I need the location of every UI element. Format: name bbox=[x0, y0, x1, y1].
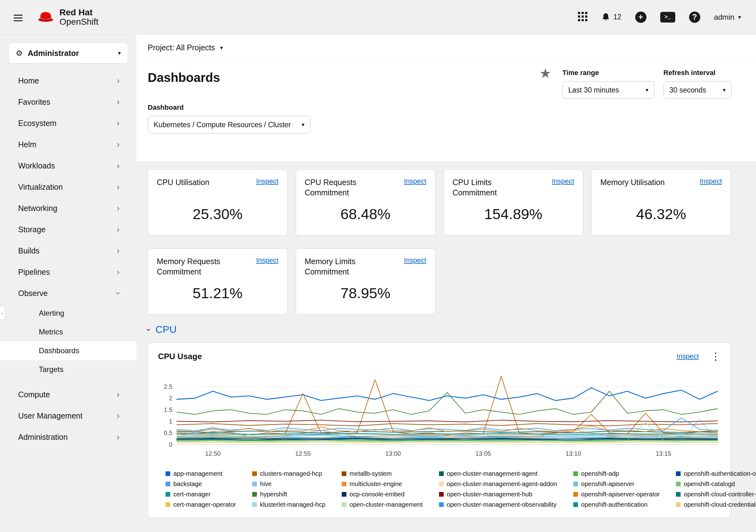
legend-item-multicluster-engine[interactable]: multicluster-engine bbox=[342, 480, 422, 488]
sidebar-item-administration[interactable]: Administration› bbox=[0, 426, 136, 447]
web-terminal-button[interactable]: >_ bbox=[660, 12, 675, 22]
card-title: Memory Limits Commitment bbox=[305, 256, 389, 277]
perspective-switcher[interactable]: ⚙ Administrator ▾ bbox=[9, 43, 128, 63]
refresh-interval-value: 30 seconds bbox=[669, 86, 706, 94]
chevron-right-icon: › bbox=[117, 390, 120, 399]
inspect-link[interactable]: Inspect bbox=[552, 177, 574, 185]
sidebar-item-label: Helm bbox=[18, 140, 117, 149]
chevron-right-icon: › bbox=[117, 97, 120, 106]
refresh-interval-select[interactable]: 30 seconds ▾ bbox=[663, 81, 732, 99]
legend-item-ocp-console-embed[interactable]: ocp-console-embed bbox=[342, 491, 422, 498]
legend-item-openshift-authentication[interactable]: openshift-authentication bbox=[573, 501, 660, 508]
legend-item-openshift-apiserver[interactable]: openshift-apiserver bbox=[573, 480, 660, 488]
dashboard-label: Dashboard bbox=[148, 103, 756, 112]
legend-item-open-cluster-management-agent-addon[interactable]: open-cluster-management-agent-addon bbox=[439, 480, 557, 488]
inspect-link[interactable]: Inspect bbox=[404, 256, 426, 265]
sidebar-item-workloads[interactable]: Workloads› bbox=[0, 155, 136, 176]
sidebar-item-dashboards[interactable]: Dashboards bbox=[0, 341, 136, 360]
sidebar-item-pipelines[interactable]: Pipelines› bbox=[0, 261, 136, 283]
chevron-right-icon: › bbox=[117, 140, 120, 149]
legend-item-klusterlet-managed-hcp[interactable]: klusterlet-managed-hcp bbox=[252, 501, 325, 508]
help-button[interactable]: ? bbox=[689, 12, 700, 23]
legend-item-open-cluster-management-hub[interactable]: open-cluster-management-hub bbox=[439, 491, 557, 498]
sidebar-item-helm[interactable]: Helm› bbox=[0, 134, 136, 155]
sidebar-item-alerting[interactable]: Alerting bbox=[0, 304, 136, 322]
legend-item-cert-manager-operator[interactable]: cert-manager-operator bbox=[166, 501, 236, 508]
sidebar-item-targets[interactable]: Targets bbox=[0, 360, 136, 379]
chevron-right-icon: › bbox=[117, 119, 120, 128]
legend-swatch bbox=[676, 502, 681, 507]
import-yaml-button[interactable]: + bbox=[635, 12, 646, 23]
legend-item-cert-manager[interactable]: cert-manager bbox=[166, 491, 236, 498]
legend-item-open-cluster-management[interactable]: open-cluster-management bbox=[342, 501, 422, 508]
legend-item-metallb-system[interactable]: metallb-system bbox=[342, 470, 422, 477]
sidebar-item-observe[interactable]: Observe› bbox=[0, 283, 136, 304]
sidebar-item-storage[interactable]: Storage› bbox=[0, 219, 136, 240]
legend-item-openshift-authentication-operator[interactable]: openshift-authentication-operator bbox=[676, 470, 756, 477]
card-title: CPU Limits Commitment bbox=[452, 177, 537, 197]
legend-item-hive[interactable]: hive bbox=[252, 480, 325, 488]
apps-grid-icon bbox=[578, 12, 587, 21]
cpu-usage-legend: app-managementbackstagecert-managercert-… bbox=[158, 470, 721, 508]
card-value: 51.21% bbox=[157, 285, 279, 302]
sidebar-item-compute[interactable]: Compute› bbox=[0, 384, 136, 405]
brand-logo[interactable]: Red Hat OpenShift bbox=[37, 8, 98, 26]
inspect-link[interactable]: Inspect bbox=[256, 256, 279, 265]
legend-swatch bbox=[573, 492, 578, 497]
legend-item-open-cluster-management-agent[interactable]: open-cluster-management-agent bbox=[439, 470, 557, 477]
legend-item-open-cluster-management-observability[interactable]: open-cluster-management-observability bbox=[439, 501, 557, 508]
chevron-down-icon: › bbox=[145, 328, 153, 331]
sidebar-subitem-label: Metrics bbox=[39, 328, 120, 336]
dashboard-select[interactable]: Kubernetes / Compute Resources / Cluster… bbox=[148, 116, 310, 134]
legend-label: cert-manager bbox=[173, 491, 211, 498]
app-launcher-button[interactable] bbox=[578, 12, 587, 22]
inspect-link[interactable]: Inspect bbox=[677, 352, 699, 360]
sidebar-item-virtualization[interactable]: Virtualization› bbox=[0, 176, 136, 197]
legend-label: ocp-console-embed bbox=[350, 491, 405, 498]
legend-swatch bbox=[342, 482, 346, 486]
inspect-link[interactable]: Inspect bbox=[404, 177, 426, 185]
svg-text:13:00: 13:00 bbox=[385, 450, 401, 457]
menu-toggle-button[interactable] bbox=[14, 15, 22, 19]
legend-item-openshift-catalogd[interactable]: openshift-catalogd bbox=[676, 480, 756, 488]
sidebar-item-label: Administration bbox=[18, 433, 117, 442]
inspect-link[interactable]: Inspect bbox=[256, 177, 279, 185]
notifications-button[interactable]: 12 bbox=[601, 13, 621, 22]
project-selector[interactable]: Project: All Projects ▾ bbox=[136, 35, 756, 61]
legend-item-openshift-cloud-controller-manager[interactable]: openshift-cloud-controller-manager- bbox=[676, 491, 756, 498]
user-menu[interactable]: admin ▾ bbox=[714, 13, 741, 22]
sidebar-item-user-management[interactable]: User Management› bbox=[0, 405, 136, 426]
sidebar-item-home[interactable]: Home› bbox=[0, 70, 136, 91]
sidebar-item-builds[interactable]: Builds› bbox=[0, 240, 136, 261]
svg-text:13:10: 13:10 bbox=[565, 450, 581, 457]
caret-down-icon: ▾ bbox=[738, 14, 741, 20]
inspect-link[interactable]: Inspect bbox=[700, 177, 722, 185]
sidebar-item-networking[interactable]: Networking› bbox=[0, 197, 136, 219]
sidebar-item-favorites[interactable]: Favorites› bbox=[0, 91, 136, 113]
side-drawer-handle[interactable]: › bbox=[0, 306, 5, 320]
dashboard-body: CPU Utilisation Inspect 25.30% CPU Reque… bbox=[136, 161, 756, 532]
project-selector-label: Project: All Projects bbox=[148, 43, 215, 52]
legend-item-app-management[interactable]: app-management bbox=[166, 470, 236, 477]
legend-label: open-cluster-management-observability bbox=[447, 501, 557, 508]
chevron-right-icon: › bbox=[2, 310, 3, 316]
favorite-star-icon[interactable]: ★ bbox=[539, 67, 551, 80]
kebab-menu-icon[interactable]: ⋮ bbox=[711, 351, 721, 361]
legend-item-openshift-adp[interactable]: openshift-adp bbox=[573, 470, 660, 477]
sidebar-item-metrics[interactable]: Metrics bbox=[0, 322, 136, 341]
legend-item-hypershift[interactable]: hypershift bbox=[252, 491, 325, 498]
cpu-section-toggle[interactable]: › CPU bbox=[148, 324, 176, 335]
legend-item-openshift-apiserver-operator[interactable]: openshift-apiserver-operator bbox=[573, 491, 660, 498]
sidebar-item-ecosystem[interactable]: Ecosystem› bbox=[0, 113, 136, 134]
metric-card-grid: CPU Utilisation Inspect 25.30% CPU Reque… bbox=[148, 169, 731, 315]
sidebar-subitem-label: Alerting bbox=[39, 309, 120, 317]
cpu-usage-chart[interactable]: 00.511.522.512:5012:5513:0013:0513:1013:… bbox=[158, 372, 721, 466]
legend-item-openshift-cloud-credential-operator[interactable]: openshift-cloud-credential-operator bbox=[676, 501, 756, 508]
legend-item-clusters-managed-hcp[interactable]: clusters-managed-hcp bbox=[252, 470, 325, 477]
sidebar-subnav-observe: AlertingMetricsDashboardsTargets bbox=[0, 304, 136, 379]
time-range-select[interactable]: Last 30 minutes ▾ bbox=[562, 81, 654, 99]
legend-item-backstage[interactable]: backstage bbox=[166, 480, 236, 488]
caret-down-icon: ▾ bbox=[723, 87, 726, 93]
sidebar-item-label: Favorites bbox=[18, 97, 117, 107]
svg-text:13:15: 13:15 bbox=[656, 450, 671, 457]
